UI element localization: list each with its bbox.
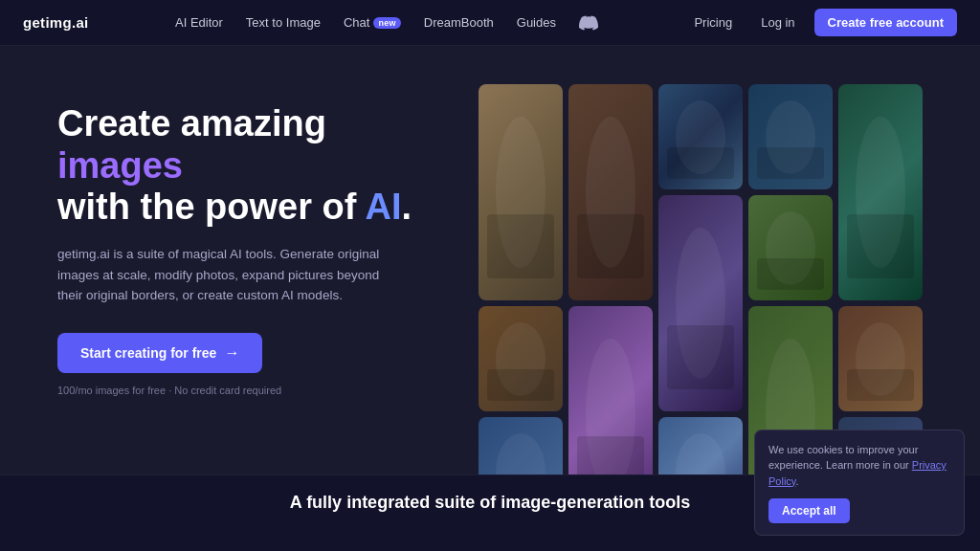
nav-pricing[interactable]: Pricing <box>684 10 742 35</box>
nav-links: AI Editor Text to Image Chat new DreamBo… <box>166 8 608 38</box>
free-note: 100/mo images for free · No credit card … <box>57 385 459 396</box>
bottom-bar-title: A fully integrated suite of image-genera… <box>290 493 690 513</box>
gallery-image-3 <box>658 84 743 189</box>
nav-item-guides[interactable]: Guides <box>507 10 566 35</box>
nav-discord-icon[interactable] <box>569 8 608 38</box>
nav-item-text-to-image[interactable]: Text to Image <box>236 10 330 35</box>
start-creating-button[interactable]: Start creating for free → <box>57 333 262 373</box>
cookie-banner: We use cookies to improve your experienc… <box>754 430 965 537</box>
login-button[interactable]: Log in <box>749 10 806 35</box>
hero-description: getimg.ai is a suite of magical AI tools… <box>57 244 383 306</box>
nav-right: Pricing Log in Create free account <box>684 9 957 36</box>
gallery-image-1 <box>479 84 563 300</box>
brand-logo[interactable]: getimg.ai <box>23 14 89 31</box>
hero-text: Create amazing images with the power of … <box>57 84 459 396</box>
nav-item-ai-editor[interactable]: AI Editor <box>166 10 233 35</box>
gallery-image-6 <box>658 195 743 411</box>
gallery-image-4 <box>748 84 833 189</box>
bottom-bar: A fully integrated suite of image-genera… <box>0 474 980 551</box>
create-account-button[interactable]: Create free account <box>814 9 957 36</box>
gallery-image-11 <box>838 306 923 411</box>
arrow-icon: → <box>224 344 239 362</box>
gallery-image-7 <box>748 195 833 300</box>
hero-title: Create amazing images with the power of … <box>57 103 459 229</box>
accept-cookies-button[interactable]: Accept all <box>768 498 850 523</box>
gallery-image-5 <box>838 84 923 300</box>
chat-new-badge: new <box>373 17 400 29</box>
gallery-image-8 <box>479 306 563 411</box>
cookie-text: We use cookies to improve your experienc… <box>768 442 950 490</box>
hero-section: Create amazing images with the power of … <box>0 46 980 474</box>
gallery-image-2 <box>568 84 653 300</box>
nav-item-chat[interactable]: Chat new <box>334 10 411 35</box>
navbar: getimg.ai AI Editor Text to Image Chat n… <box>0 0 980 46</box>
nav-item-dreambooth[interactable]: DreamBooth <box>414 10 503 35</box>
